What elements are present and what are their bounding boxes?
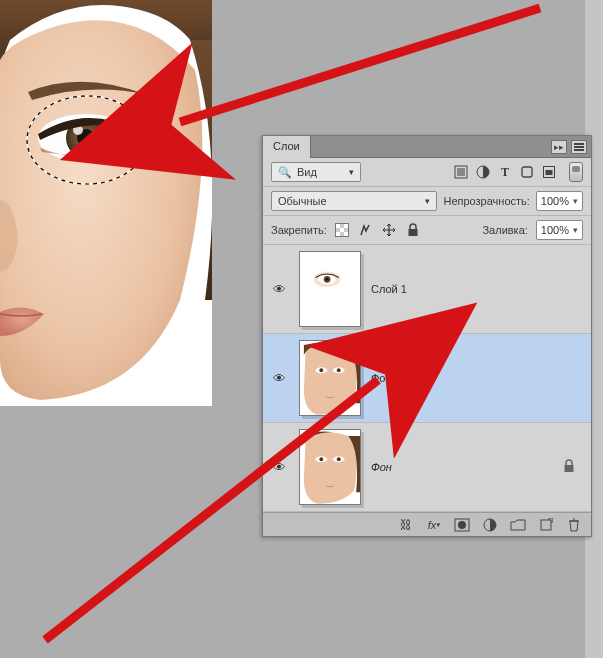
adjustment-icon[interactable] [481,517,499,533]
svg-rect-8 [457,168,465,176]
layer-name[interactable]: Фон [371,461,392,473]
fill-input[interactable]: 100% ▾ [536,220,583,240]
panel-menu-icon[interactable] [571,140,587,154]
chevron-down-icon: ▾ [425,196,430,206]
layer-row[interactable]: 👁 Фон копия [263,334,591,423]
document-image [0,0,212,406]
layer-thumbnail[interactable] [299,429,361,505]
fill-value: 100% [541,224,569,236]
layer-row[interactable]: 👁 Фон [263,423,591,512]
chevron-down-icon: ▾ [573,225,578,235]
filter-kind-label: Вид [297,166,317,178]
layer-row[interactable]: 👁 Слой 1 [263,245,591,334]
smart-filter-icon[interactable] [541,164,557,180]
visibility-toggle-icon[interactable]: 👁 [271,283,287,295]
panel-tab-bar: Слои ▸▸ [263,136,591,158]
layer-name[interactable]: Слой 1 [371,283,407,295]
lock-row: Закрепить: Заливка: 100% ▾ [263,216,591,245]
lock-pixels-icon[interactable] [357,223,373,237]
group-icon[interactable] [509,517,527,533]
svg-rect-13 [408,229,417,236]
panel-footer: ⛓ fx▾ [263,512,591,536]
adjustment-filter-icon[interactable] [475,164,491,180]
opacity-input[interactable]: 100% ▾ [536,191,583,211]
search-icon: 🔍 [278,166,292,179]
lock-label: Закрепить: [271,224,327,236]
collapse-panel-icon[interactable]: ▸▸ [551,140,567,154]
svg-point-17 [326,278,329,281]
tab-layers[interactable]: Слои [263,136,311,158]
trash-icon[interactable] [565,517,583,533]
blend-mode-dropdown[interactable]: Обычные ▾ [271,191,437,211]
opacity-label: Непрозрачность: [443,195,529,207]
canvas[interactable] [0,0,212,406]
lock-position-icon[interactable] [381,223,397,237]
blend-mode-value: Обычные [278,195,327,207]
fx-icon[interactable]: fx▾ [425,517,443,533]
lock-all-icon[interactable] [405,223,421,237]
svg-point-27 [337,457,341,461]
svg-rect-32 [541,520,551,530]
type-filter-icon[interactable]: T [497,164,513,180]
new-layer-icon[interactable] [537,517,555,533]
fill-label: Заливка: [482,224,527,236]
link-icon[interactable]: ⛓ [397,517,415,533]
svg-rect-28 [565,465,574,472]
filter-kind-dropdown[interactable]: 🔍 Вид ▾ [271,162,361,182]
layer-name[interactable]: Фон копия [371,372,424,384]
shape-filter-icon[interactable] [519,164,535,180]
chevron-down-icon: ▾ [573,196,578,206]
lock-icon [563,459,585,476]
svg-point-25 [319,457,323,461]
opacity-value: 100% [541,195,569,207]
layer-thumbnail[interactable] [299,340,361,416]
pixel-filter-icon[interactable] [453,164,469,180]
svg-rect-12 [546,170,553,175]
svg-point-22 [337,368,341,372]
chevron-down-icon: ▾ [349,167,354,177]
filter-toggle[interactable] [569,162,583,182]
svg-point-20 [319,368,323,372]
visibility-toggle-icon[interactable]: 👁 [271,461,287,473]
filter-row: 🔍 Вид ▾ T [263,158,591,187]
visibility-toggle-icon[interactable]: 👁 [271,372,287,384]
mask-icon[interactable] [453,517,471,533]
svg-rect-10 [522,167,532,177]
blend-row: Обычные ▾ Непрозрачность: 100% ▾ [263,187,591,216]
layer-thumbnail[interactable] [299,251,361,327]
layers-list: 👁 Слой 1 👁 [263,245,591,512]
svg-line-33 [180,8,540,122]
lock-transparency-icon[interactable] [335,223,349,237]
layers-panel: Слои ▸▸ 🔍 Вид ▾ T [262,135,592,537]
svg-point-30 [458,521,466,529]
